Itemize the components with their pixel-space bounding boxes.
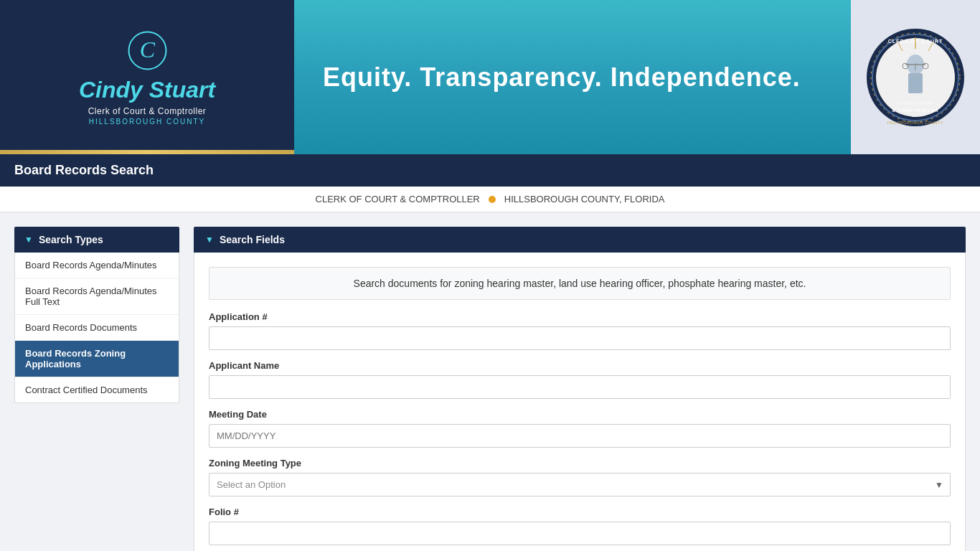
svg-text:C: C [139,37,155,62]
header-tagline: Equity. Transparency. Independence. [323,62,801,93]
folio-input[interactable] [209,522,951,545]
svg-rect-7 [908,73,923,93]
left-panel: ▼ Search Types Board Records Agenda/Minu… [14,227,179,551]
logo-title: Clerk of Court & Comptroller [88,106,207,116]
meeting-date-input[interactable] [209,424,951,448]
zoning-meeting-type-wrapper: Select an Option ▼ [209,473,951,496]
info-box: Search documents for zoning hearing mast… [209,267,951,300]
breadcrumb-separator [489,196,496,203]
meeting-date-label: Meeting Date [209,409,951,420]
zoning-meeting-type-select[interactable]: Select an Option [209,473,951,496]
search-type-agenda-minutes-fulltext[interactable]: Board Records Agenda/Minutes Full Text [15,278,179,315]
search-type-zoning-applications[interactable]: Board Records Zoning Applications [15,341,179,377]
info-text: Search documents for zoning hearing mast… [354,278,806,289]
logo-county: HILLSBOROUGH COUNTY [89,118,205,126]
nav-title: Board Records Search [14,163,154,177]
main-content: ▼ Search Types Board Records Agenda/Minu… [0,212,980,551]
applicant-name-group: Applicant Name [209,360,951,399]
svg-text:& COMPTROLLER: & COMPTROLLER [892,108,938,113]
zoning-meeting-type-label: Zoning Meeting Type [209,458,951,468]
folio-label: Folio # [209,507,951,517]
search-type-contract-certified[interactable]: Contract Certified Documents [15,377,179,402]
application-num-label: Application # [209,311,951,322]
logo-icon: C [126,29,169,72]
gold-bar [0,150,294,154]
header-middle: Equity. Transparency. Independence. [294,0,851,154]
application-num-group: Application # [209,311,951,350]
chevron-down-icon: ▼ [24,235,33,245]
logo-section: C Cindy Stuart Clerk of Court & Comptrol… [0,0,294,154]
search-type-agenda-minutes[interactable]: Board Records Agenda/Minutes [15,253,179,278]
nav-bar: Board Records Search [0,154,980,187]
search-types-list: Board Records Agenda/Minutes Board Recor… [14,253,179,403]
county-seal: CLERK OF COURT & COMPTROLLER CINDY STUAR… [865,27,966,128]
folio-group: Folio # [209,507,951,545]
header: C Cindy Stuart Clerk of Court & Comptrol… [0,0,980,154]
seal-section: CLERK OF COURT & COMPTROLLER CINDY STUAR… [851,0,980,154]
application-num-input[interactable] [209,326,951,350]
applicant-name-label: Applicant Name [209,360,951,371]
search-fields-label: Search Fields [220,234,285,245]
logo-name: Cindy Stuart [79,77,215,103]
breadcrumb-left: CLERK OF COURT & COMPTROLLER [316,194,480,204]
meeting-date-group: Meeting Date [209,409,951,448]
zoning-meeting-type-group: Zoning Meeting Type Select an Option ▼ [209,458,951,496]
right-panel: ▼ Search Fields Search documents for zon… [194,227,966,551]
search-fields-body: Search documents for zoning hearing mast… [194,253,966,551]
search-fields-header: ▼ Search Fields [194,227,966,253]
search-type-documents[interactable]: Board Records Documents [15,315,179,341]
svg-text:CLERK OF COURT: CLERK OF COURT [888,39,943,44]
search-types-header: ▼ Search Types [14,227,179,253]
breadcrumb-right: HILLSBOROUGH COUNTY, FLORIDA [504,194,665,204]
chevron-down-icon-right: ▼ [205,235,214,245]
applicant-name-input[interactable] [209,375,951,399]
breadcrumb: CLERK OF COURT & COMPTROLLER HILLSBOROUG… [0,187,980,212]
svg-text:HILLSBOROUGH COUNTY: HILLSBOROUGH COUNTY [887,121,943,125]
search-types-label: Search Types [39,234,103,245]
svg-text:CINDY STUART: CINDY STUART [897,101,933,105]
